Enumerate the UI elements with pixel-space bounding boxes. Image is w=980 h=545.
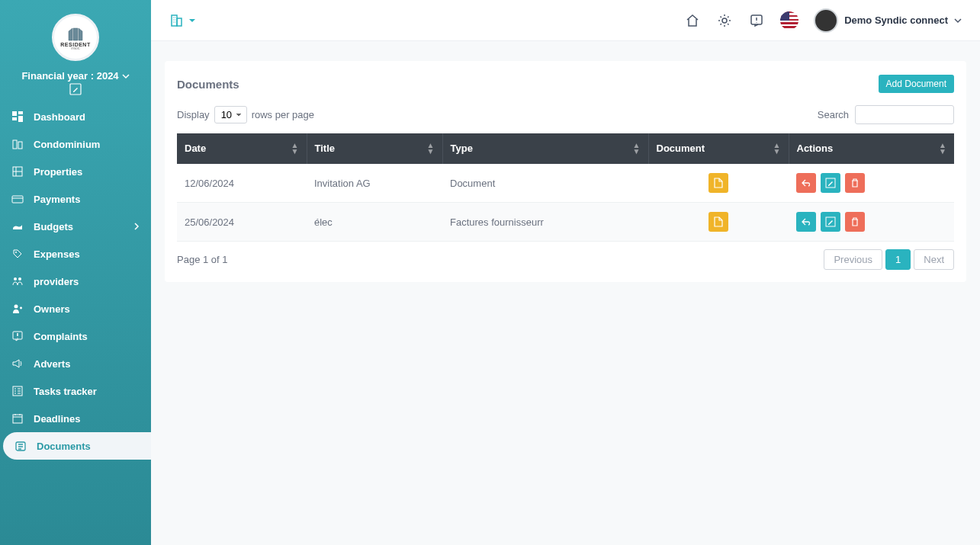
trash-icon	[850, 216, 860, 227]
sidebar-item-condominium[interactable]: Condominium	[0, 130, 151, 158]
expenses-icon	[11, 247, 24, 261]
user-menu[interactable]: Demo Syndic connect	[814, 8, 962, 33]
documents-table: Date▲▼ Title▲▼ Type▲▼ Document▲▼ Actions…	[177, 133, 954, 242]
previous-button[interactable]: Previous	[824, 249, 882, 270]
sidebar-item-label: Complaints	[34, 331, 88, 342]
financial-year-label: Financial year : 2024	[21, 70, 118, 82]
trash-icon	[850, 178, 860, 188]
sidebar-item-label: Budgets	[34, 221, 73, 232]
delete-button[interactable]	[845, 173, 865, 193]
svg-rect-1	[12, 111, 17, 116]
sidebar-item-tasks-tracker[interactable]: Tasks tracker	[0, 377, 151, 405]
building-selector[interactable]	[169, 13, 197, 28]
edit-button[interactable]	[821, 173, 840, 193]
reply-button[interactable]	[796, 173, 816, 193]
caret-down-icon	[188, 16, 197, 25]
alert-icon	[749, 13, 764, 28]
sidebar-item-label: Condominium	[34, 139, 100, 150]
documents-card: Documents Add Document Display 10 rows p…	[165, 61, 966, 282]
column-actions[interactable]: Actions▲▼	[789, 133, 954, 164]
chevron-down-icon	[954, 17, 962, 24]
table-row: 25/06/2024 élec Factures fournisseurr	[177, 203, 954, 242]
sidebar-item-label: Documents	[37, 441, 91, 452]
topbar: Demo Syndic connect	[151, 0, 980, 41]
sidebar-item-expenses[interactable]: Expenses	[0, 240, 151, 268]
complaints-icon	[11, 329, 24, 343]
tasks-icon	[11, 384, 24, 398]
edit-button[interactable]	[821, 212, 840, 232]
page-1-button[interactable]: 1	[885, 249, 911, 270]
svg-point-9	[15, 252, 17, 253]
logo-subtext: SYNDIC	[71, 47, 79, 50]
sidebar-item-documents[interactable]: Documents	[3, 432, 151, 460]
budgets-icon	[11, 220, 24, 233]
chevron-down-icon	[122, 72, 130, 80]
table-row: 12/06/2024 Invitation AG Document	[177, 164, 954, 203]
main: Demo Syndic connect Documents Add Docume…	[151, 0, 980, 545]
settings-button[interactable]	[716, 12, 733, 29]
home-icon	[685, 13, 700, 28]
sidebar-item-label: Dashboard	[34, 111, 85, 123]
sidebar-item-budgets[interactable]: Budgets	[0, 213, 151, 240]
rows-per-page-label: rows per page	[252, 109, 314, 120]
payments-icon	[11, 192, 24, 206]
svg-rect-2	[18, 111, 23, 114]
financial-year-selector[interactable]: Financial year : 2024	[0, 67, 151, 83]
sidebar-item-dashboard[interactable]: Dashboard	[0, 103, 151, 130]
sidebar-item-payments[interactable]: Payments	[0, 185, 151, 213]
owners-icon	[11, 302, 24, 316]
dashboard-icon	[11, 110, 24, 123]
rows-per-page-select[interactable]: 10	[214, 106, 247, 123]
column-title[interactable]: Title▲▼	[307, 133, 442, 164]
edit-button[interactable]	[0, 83, 151, 103]
sidebar: RESIDENT SYNDIC Financial year : 2024 Da…	[0, 0, 151, 545]
svg-rect-5	[13, 140, 17, 149]
cell-title: élec	[307, 203, 442, 242]
sidebar-item-label: Deadlines	[34, 413, 80, 425]
reply-icon	[801, 178, 811, 188]
view-document-button[interactable]	[708, 173, 728, 193]
sidebar-item-label: Payments	[34, 194, 80, 205]
pagination: Previous 1 Next	[824, 249, 954, 270]
add-document-button[interactable]: Add Document	[879, 75, 954, 93]
sidebar-item-providers[interactable]: providers	[0, 268, 151, 295]
svg-point-12	[14, 305, 18, 309]
properties-icon	[11, 165, 24, 178]
svg-rect-6	[18, 142, 22, 149]
display-label: Display	[177, 109, 210, 120]
svg-rect-17	[172, 15, 177, 26]
sidebar-item-label: Tasks tracker	[34, 386, 97, 397]
column-date[interactable]: Date▲▼	[177, 133, 307, 164]
home-button[interactable]	[684, 12, 701, 29]
cell-date: 12/06/2024	[177, 164, 307, 203]
column-type[interactable]: Type▲▼	[442, 133, 648, 164]
file-icon	[714, 178, 723, 188]
file-icon	[714, 216, 723, 227]
sidebar-item-properties[interactable]: Properties	[0, 158, 151, 185]
svg-rect-4	[18, 116, 23, 122]
logo: RESIDENT SYNDIC	[0, 0, 151, 67]
sidebar-item-adverts[interactable]: Adverts	[0, 350, 151, 377]
sidebar-item-label: Owners	[34, 303, 70, 315]
notifications-button[interactable]	[748, 12, 765, 29]
search-input[interactable]	[855, 105, 954, 124]
svg-rect-3	[12, 117, 17, 120]
sidebar-item-owners[interactable]: Owners	[0, 295, 151, 322]
cell-date: 25/06/2024	[177, 203, 307, 242]
delete-button[interactable]	[845, 212, 865, 232]
cell-title: Invitation AG	[307, 164, 442, 203]
reply-button[interactable]	[796, 212, 816, 232]
view-document-button[interactable]	[708, 212, 728, 232]
documents-icon	[14, 439, 27, 453]
column-document[interactable]: Document▲▼	[648, 133, 789, 164]
providers-icon	[11, 274, 24, 288]
chevron-right-icon	[133, 221, 140, 232]
deadlines-icon	[11, 412, 24, 425]
sidebar-item-label: Expenses	[34, 248, 80, 260]
sidebar-item-complaints[interactable]: Complaints	[0, 322, 151, 350]
language-selector[interactable]	[780, 11, 798, 30]
condominium-icon	[11, 137, 24, 151]
sidebar-item-deadlines[interactable]: Deadlines	[0, 405, 151, 432]
next-button[interactable]: Next	[914, 249, 954, 270]
sidebar-item-label: Properties	[34, 166, 82, 178]
